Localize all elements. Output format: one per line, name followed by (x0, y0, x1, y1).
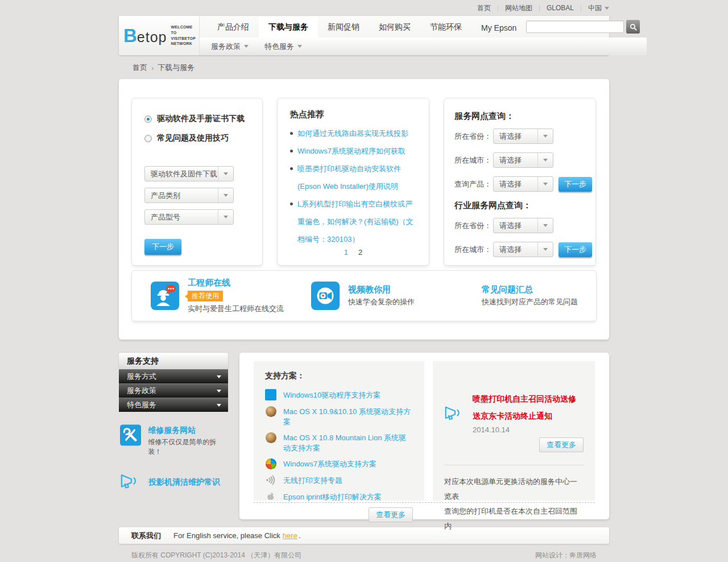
topbar-home-link[interactable]: 首页 (477, 3, 491, 13)
radio-unchecked-icon (144, 135, 152, 142)
nav-area: 产品介绍 下载与服务 新闻促销 如何购买 节能环保 My Epson 服务政策 (200, 16, 647, 55)
select-product-model[interactable]: 产品型号 (144, 209, 234, 225)
service-network-panel: 服务网点查询： 所在省份： 请选择 所在城市： 请选择 查询产 (444, 98, 596, 266)
select-value: 产品类别 (145, 188, 218, 203)
sidebar-item-service-policy[interactable]: 服务政策 (119, 383, 228, 398)
select-city[interactable]: 请选择 (493, 152, 553, 168)
service-next-button[interactable]: 下一步 (559, 177, 592, 192)
service-query-title: 服务网点查询： (454, 111, 585, 122)
select-industry-province[interactable]: 请选择 (493, 218, 553, 233)
select-product-category[interactable]: 产品类别 (144, 188, 234, 203)
service-support-sidebar: 服务支持 服务方式 服务政策 特色服务 (119, 353, 228, 519)
plans-more-button[interactable]: 查看更多 (369, 507, 413, 522)
copyright-text: 版权所有 COPYRIGHT (C)2013-2014 （天津）有限公司 (131, 551, 301, 560)
select-industry-city[interactable]: 请选择 (493, 242, 553, 257)
video-tutorial-promo[interactable]: 视频教你用 快速学会复杂的操作 (311, 279, 482, 312)
notice-more-button[interactable]: 查看更多 (539, 437, 584, 452)
select-value: 产品型号 (145, 210, 218, 224)
topbar-global-link[interactable]: GLOBAL (547, 4, 574, 12)
radio-driver-download[interactable]: 驱动软件及手册证书下载 (144, 114, 250, 124)
chevron-down-icon (244, 45, 249, 48)
support-plans-title: 支持方案： (265, 371, 413, 381)
chevron-down-icon (217, 375, 221, 378)
subnav-special-service[interactable]: 特色服务 (264, 42, 302, 52)
topbar: 首页 网站地图 GLOBAL 中国 (119, 0, 609, 16)
tab-eco[interactable]: 节能环保 (420, 17, 471, 38)
select-value: 驱动软件及固件下载 (145, 167, 218, 181)
hot-topic-link[interactable]: L系列机型打印输出有空白横纹或严重偏色，如何解决？(有运输锁)（文档编号：320… (290, 195, 416, 248)
chevron-down-icon (537, 242, 553, 257)
bullet-icon (290, 167, 293, 170)
logo[interactable]: Betop WELCOME TO VISITBETOP NETWORK (119, 16, 200, 55)
search-input[interactable] (526, 20, 624, 33)
search-button[interactable] (626, 20, 640, 34)
engineer-online-promo[interactable]: 工程师在线 推荐使用 实时与爱普生工程师在线交流 (132, 279, 311, 312)
bullet-icon (290, 203, 293, 205)
notice-panel: 喷墨打印机自主召回活动送修 送京东卡活动终止通知 2014.10.14 查看更多… (433, 361, 595, 501)
logo-tagline: WELCOME TO VISITBETOP NETWORK (171, 24, 196, 47)
radio-faq-tips[interactable]: 常见问题及使用技巧 (144, 133, 250, 143)
divider (539, 5, 540, 11)
recommended-badge: 推荐使用 (188, 291, 223, 301)
product-label: 查询产品： (454, 179, 493, 189)
hot-topic-link[interactable]: Windows7系统驱动程序如何获取 (290, 142, 416, 160)
windows7-icon (265, 458, 276, 469)
video-icon (311, 282, 340, 310)
site-header: Betop WELCOME TO VISITBETOP NETWORK 产品介绍… (119, 16, 609, 55)
english-here-link[interactable]: here (283, 531, 297, 540)
industry-next-button[interactable]: 下一步 (559, 242, 592, 257)
plan-link[interactable]: Windows10驱动程序支持方案 (265, 389, 413, 400)
chevron-down-icon (537, 218, 553, 233)
breadcrumb-home-link[interactable]: 首页 (133, 63, 147, 73)
sub-nav: 服务政策 特色服务 (200, 38, 647, 55)
page-2-link[interactable]: 2 (358, 248, 362, 257)
recall-notice-link[interactable]: 喷墨打印机自主召回活动送修 送京东卡活动终止通知 (473, 390, 576, 424)
hot-topic-link[interactable]: 喷墨类打印机驱动自动安装软件(Epson Web Installer)使用说明 (290, 160, 416, 195)
sidebar-item-special-service[interactable]: 特色服务 (119, 398, 228, 412)
tab-how-to-buy[interactable]: 如何购买 (369, 17, 420, 38)
sidebar-item-service-methods[interactable]: 服务方式 (119, 369, 228, 383)
hot-topic-link[interactable]: 如何通过无线路由器实现无线投影 (290, 125, 416, 142)
breadcrumb: 首页 › 下载与服务 (119, 55, 609, 79)
plan-link[interactable]: Mac OS X 10.9&10.10 系统驱动支持方案 (265, 406, 413, 427)
select-product[interactable]: 请选择 (493, 176, 553, 192)
projector-title: 投影机清洁维护常识 (148, 476, 220, 488)
main-card: 驱动软件及手册证书下载 常见问题及使用技巧 驱动软件及固件下载 产品类别 (119, 79, 609, 340)
promo-title: 视频教你用 (348, 284, 415, 295)
contact-us-link[interactable]: 联系我们 (131, 531, 161, 541)
chevron-down-icon (218, 188, 233, 203)
faq-summary-promo[interactable]: 常见问题汇总 快速找到对应产品的常见问题 (482, 279, 578, 312)
download-next-button[interactable]: 下一步 (144, 239, 181, 255)
plan-link[interactable]: 无线打印支持专题 (265, 474, 413, 486)
plan-link[interactable]: Epson iprint移动打印解决方案 (265, 491, 413, 502)
select-province[interactable]: 请选择 (493, 129, 553, 144)
region-selector[interactable]: 中国 (588, 3, 609, 13)
radio-checked-icon (144, 115, 152, 123)
megaphone-icon (444, 393, 465, 434)
select-download-type[interactable]: 驱动软件及固件下载 (144, 166, 234, 181)
bullet-icon (290, 150, 293, 152)
radio-label: 常见问题及使用技巧 (157, 133, 229, 143)
engineer-icon (151, 282, 179, 310)
tab-products[interactable]: 产品介绍 (208, 17, 259, 38)
main-nav: 产品介绍 下载与服务 新闻促销 如何购买 节能环保 My Epson (200, 16, 647, 38)
tab-news-promotions[interactable]: 新闻促销 (318, 17, 369, 38)
divider (444, 465, 584, 465)
plan-link[interactable]: Windows7系统驱动支持方案 (265, 458, 413, 469)
radio-label: 驱动软件及手册证书下载 (157, 114, 245, 124)
tab-my-epson[interactable]: My Epson (471, 18, 526, 38)
select-value: 请选择 (494, 153, 537, 167)
megaphone-icon (120, 473, 142, 491)
copyright-row: 版权所有 COPYRIGHT (C)2013-2014 （天津）有限公司 网站设… (119, 544, 609, 560)
projector-maintenance-link[interactable]: 投影机清洁维护常识 (119, 473, 228, 491)
topbar-sitemap-link[interactable]: 网站地图 (505, 3, 532, 13)
tab-downloads-services[interactable]: 下载与服务 (259, 17, 318, 38)
plan-link[interactable]: Mac OS X 10.8 Mountain Lion 系统驱动支持方案 (265, 432, 413, 453)
repair-service-link[interactable]: 维修服务网站 维修不仅仅是简单的拆装！ (119, 424, 228, 457)
support-plans-panel: 支持方案： Windows10驱动程序支持方案 Mac OS X 10.9&10… (254, 361, 424, 501)
promo-title: 工程师在线 (188, 278, 284, 288)
page-1-link[interactable]: 1 (344, 248, 348, 257)
subnav-label: 服务政策 (211, 42, 241, 52)
subnav-service-policy[interactable]: 服务政策 (211, 42, 249, 52)
wrench-icon (120, 424, 141, 446)
